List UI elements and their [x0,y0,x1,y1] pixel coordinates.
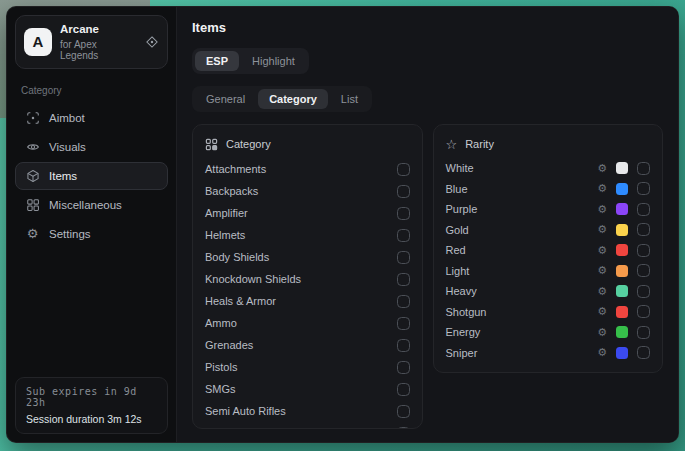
tab-list[interactable]: List [330,89,369,109]
category-row-label: Attachments [205,163,397,175]
checkbox[interactable] [397,427,410,430]
gear-icon[interactable]: ⚙ [597,245,607,256]
mode-toggle: ESPHighlight [192,48,309,74]
sidebar-item-miscellaneous[interactable]: Miscellaneous [15,191,168,219]
rarity-panel: ☆ Rarity White⚙Blue⚙Purple⚙Gold⚙Red⚙Ligh… [433,124,664,373]
gear-icon[interactable]: ⚙ [597,224,607,235]
color-swatch[interactable] [616,285,628,297]
sidebar-item-label: Settings [49,228,91,240]
color-swatch[interactable] [616,162,628,174]
category-row: Knockdown Shields [205,268,410,290]
checkbox[interactable] [397,405,410,418]
checkbox[interactable] [397,185,410,198]
aimbot-icon [25,110,40,125]
rarity-panel-title: Rarity [465,138,494,150]
rarity-row-label: Light [446,265,598,277]
items-icon [25,168,40,183]
checkbox[interactable] [397,339,410,352]
pin-window-icon[interactable] [145,35,159,49]
category-row: Pistols [205,356,410,378]
color-swatch[interactable] [616,183,628,195]
miscellaneous-icon [25,197,40,212]
tab-bar: GeneralCategoryList [192,86,372,112]
category-row: Assault Rifles [205,422,410,429]
session-duration-text: Session duration 3m 12s [26,413,157,425]
checkbox[interactable] [397,317,410,330]
gear-icon[interactable]: ⚙ [597,163,607,174]
color-swatch[interactable] [616,347,628,359]
checkbox[interactable] [397,251,410,264]
rarity-row: Purple⚙ [446,199,651,220]
rarity-row: Heavy⚙ [446,281,651,302]
color-swatch[interactable] [616,326,628,338]
sidebar: A Arcane for Apex Legends Category Aimbo… [7,7,177,442]
checkbox[interactable] [397,207,410,220]
sidebar-item-label: Miscellaneous [49,199,122,211]
rarity-row: White⚙ [446,158,651,179]
rarity-row-label: Purple [446,203,598,215]
color-swatch[interactable] [616,306,628,318]
category-row: Heals & Armor [205,290,410,312]
checkbox[interactable] [637,264,650,277]
rarity-row-label: Shotgun [446,306,598,318]
settings-icon: ⚙ [25,226,40,241]
app-subtitle: for Apex Legends [60,39,137,61]
category-row-label: Amplifier [205,207,397,219]
sidebar-item-visuals[interactable]: Visuals [15,133,168,161]
checkbox[interactable] [397,163,410,176]
category-row-label: Ammo [205,317,397,329]
sidebar-item-items[interactable]: Items [15,162,168,190]
gear-icon[interactable]: ⚙ [597,306,607,317]
mode-option-highlight[interactable]: Highlight [241,51,306,71]
color-swatch[interactable] [616,244,628,256]
app-header-text: Arcane for Apex Legends [60,23,137,61]
sidebar-item-settings[interactable]: ⚙Settings [15,220,168,248]
rarity-row: Energy⚙ [446,322,651,343]
rarity-row-label: White [446,162,598,174]
checkbox[interactable] [637,182,650,195]
category-row-label: Knockdown Shields [205,273,397,285]
app-title: Arcane [60,23,137,37]
checkbox[interactable] [637,346,650,359]
rarity-row: Blue⚙ [446,179,651,200]
gear-icon[interactable]: ⚙ [597,347,607,358]
category-row-label: Heals & Armor [205,295,397,307]
checkbox[interactable] [397,383,410,396]
rarity-row: Gold⚙ [446,220,651,241]
tab-category[interactable]: Category [258,89,328,109]
checkbox[interactable] [637,326,650,339]
category-row: Amplifier [205,202,410,224]
checkbox[interactable] [637,223,650,236]
rarity-row-label: Heavy [446,285,598,297]
category-row: Grenades [205,334,410,356]
checkbox[interactable] [637,162,650,175]
rarity-row-label: Gold [446,224,598,236]
checkbox[interactable] [397,361,410,374]
gear-icon[interactable]: ⚙ [597,327,607,338]
checkbox[interactable] [397,229,410,242]
sidebar-item-aimbot[interactable]: Aimbot [15,104,168,132]
checkbox[interactable] [637,244,650,257]
category-grid-icon [205,138,218,151]
sub-expiry-text: Sub expires in 9d 23h [26,386,157,408]
sidebar-section-label: Category [21,85,162,96]
category-row-label: Backpacks [205,185,397,197]
sidebar-item-label: Visuals [49,141,86,153]
gear-icon[interactable]: ⚙ [597,265,607,276]
checkbox[interactable] [397,295,410,308]
gear-icon[interactable]: ⚙ [597,183,607,194]
mode-option-esp[interactable]: ESP [195,51,239,71]
gear-icon[interactable]: ⚙ [597,286,607,297]
app-header-card[interactable]: A Arcane for Apex Legends [15,15,168,69]
checkbox[interactable] [397,273,410,286]
category-panel-header: Category [205,134,410,154]
gear-icon[interactable]: ⚙ [597,204,607,215]
star-icon: ☆ [446,138,458,151]
checkbox[interactable] [637,203,650,216]
color-swatch[interactable] [616,265,628,277]
color-swatch[interactable] [616,203,628,215]
color-swatch[interactable] [616,224,628,236]
checkbox[interactable] [637,285,650,298]
tab-general[interactable]: General [195,89,256,109]
checkbox[interactable] [637,305,650,318]
